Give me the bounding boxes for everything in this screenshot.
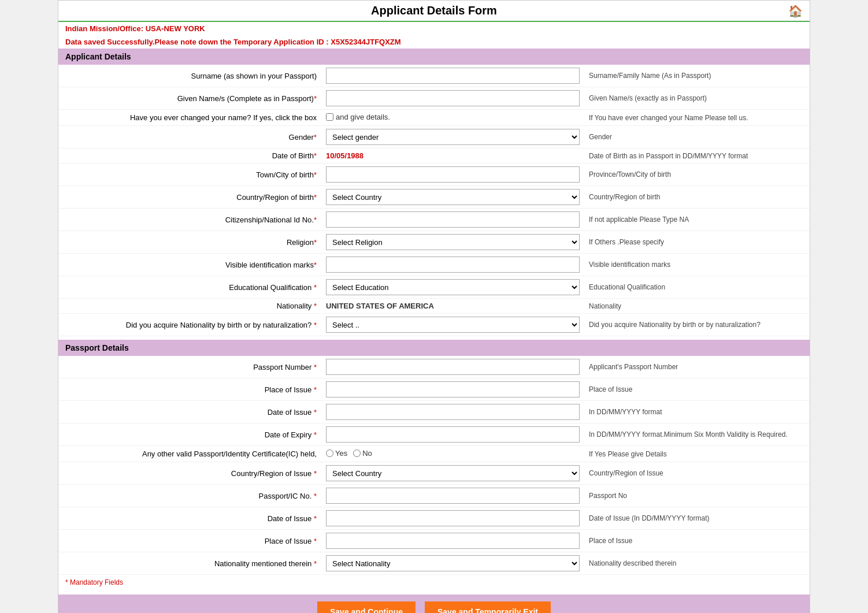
header-bar: Applicant Details Form 🏠 bbox=[58, 1, 810, 22]
success-message: Data saved Successfully.Please note down… bbox=[58, 35, 810, 49]
table-row: Date of Birth* 10/05/1988 Date of Birth … bbox=[58, 148, 810, 164]
table-row: Place of Issue * Place of Issue bbox=[58, 378, 810, 401]
table-row: Religion* Select Religion Hindu Muslim C… bbox=[58, 231, 810, 254]
footer-bar: Save and Continue Save and Temporarily E… bbox=[58, 595, 810, 613]
passport-ic-no-input[interactable] bbox=[326, 488, 580, 504]
table-row: Gender* Select gender Male Female Other … bbox=[58, 126, 810, 148]
table-row: Visible identification marks* Visible id… bbox=[58, 254, 810, 276]
table-row: Given Name/s (Complete as in Passport)* … bbox=[58, 87, 810, 110]
religion-select[interactable]: Select Religion Hindu Muslim Christian S… bbox=[326, 234, 580, 250]
mandatory-note: * Mandatory Fields bbox=[58, 575, 810, 590]
table-row: Date of Expiry * In DD/MM/YYYY format.Mi… bbox=[58, 423, 810, 446]
dob-value: 10/05/1988 bbox=[326, 151, 363, 160]
save-exit-button[interactable]: Save and Temporarily Exit bbox=[425, 601, 551, 613]
nationality-acquired-select[interactable]: Select .. By Birth By Naturalization bbox=[326, 317, 580, 333]
passport-place-issue-input[interactable] bbox=[326, 381, 580, 397]
table-row: Surname (as shown in your Passport) Surn… bbox=[58, 65, 810, 87]
table-row: Place of Issue * Place of Issue bbox=[58, 530, 810, 552]
table-row: Country/Region of Issue * Select Country… bbox=[58, 462, 810, 485]
country-issue-select[interactable]: Select Country India USA UK bbox=[326, 465, 580, 481]
passport-details-header: Passport Details bbox=[58, 340, 810, 356]
table-row: Have you ever changed your name? If yes,… bbox=[58, 110, 810, 126]
save-continue-button[interactable]: Save and Continue bbox=[317, 601, 416, 613]
table-row: Date of Issue * In DD/MM/YYYY format bbox=[58, 401, 810, 423]
nationality-therein-select[interactable]: Select Nationality Indian American Briti… bbox=[326, 555, 580, 571]
table-row: Passport/IC No. * Passport No bbox=[58, 485, 810, 507]
citizenship-input[interactable] bbox=[326, 211, 580, 228]
country-birth-select[interactable]: Select Country India USA UK bbox=[326, 189, 580, 205]
table-row: Citizenship/National Id No.* If not appl… bbox=[58, 209, 810, 231]
table-row: Passport Number * Applicant's Passport N… bbox=[58, 356, 810, 378]
page-title: Applicant Details Form bbox=[371, 4, 497, 17]
table-row: Town/City of birth* Province/Town/City o… bbox=[58, 164, 810, 186]
visible-marks-input[interactable] bbox=[326, 257, 580, 273]
passport-date-expiry-input[interactable] bbox=[326, 426, 580, 443]
nationality-value: UNITED STATES OF AMERICA bbox=[326, 302, 434, 310]
ic-place-issue-input[interactable] bbox=[326, 533, 580, 549]
mission-line: Indian Mission/Office: USA-NEW YORK bbox=[58, 22, 810, 35]
surname-input[interactable] bbox=[326, 68, 580, 84]
table-row: Did you acquire Nationality by birth or … bbox=[58, 314, 810, 336]
other-passport-no-radio[interactable] bbox=[353, 449, 361, 457]
ic-date-issue-input[interactable] bbox=[326, 510, 580, 526]
table-row: Nationality * UNITED STATES OF AMERICA N… bbox=[58, 299, 810, 314]
table-row: Nationality mentioned therein * Select N… bbox=[58, 552, 810, 575]
given-names-input[interactable] bbox=[326, 90, 580, 106]
table-row: Date of Issue * Date of Issue (In DD/MM/… bbox=[58, 507, 810, 530]
passport-details-table: Passport Number * Applicant's Passport N… bbox=[58, 356, 810, 575]
passport-number-input[interactable] bbox=[326, 359, 580, 375]
table-row: Educational Qualification * Select Educa… bbox=[58, 276, 810, 299]
applicant-details-table: Surname (as shown in your Passport) Surn… bbox=[58, 65, 810, 336]
table-row: Any other valid Passport/Identity Certif… bbox=[58, 446, 810, 462]
education-select[interactable]: Select Education High School Bachelor Ma… bbox=[326, 279, 580, 295]
gender-select[interactable]: Select gender Male Female Other bbox=[326, 129, 580, 145]
town-city-input[interactable] bbox=[326, 166, 580, 183]
passport-date-issue-input[interactable] bbox=[326, 404, 580, 420]
other-passport-radio-group: Yes No bbox=[326, 449, 372, 458]
table-row: Country/Region of birth* Select Country … bbox=[58, 186, 810, 209]
name-change-checkbox[interactable] bbox=[326, 113, 333, 121]
other-passport-yes-radio[interactable] bbox=[326, 449, 333, 457]
home-icon[interactable]: 🏠 bbox=[788, 4, 803, 18]
applicant-details-header: Applicant Details bbox=[58, 49, 810, 65]
